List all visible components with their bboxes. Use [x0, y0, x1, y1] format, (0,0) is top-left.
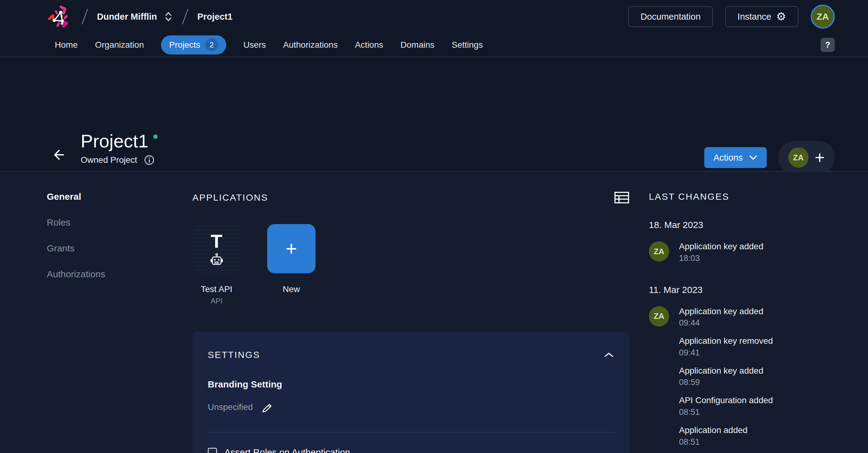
settings-divider [208, 432, 614, 432]
help-button[interactable]: ? [820, 38, 835, 52]
branding-setting-label: Branding Setting [208, 379, 614, 390]
event-title: Application key added [679, 306, 763, 317]
page-title: Project1 [81, 130, 148, 152]
instance-button[interactable]: Instance ⚙ [725, 6, 799, 27]
change-event[interactable]: API Configuration added 08:51 [679, 395, 840, 417]
user-avatar[interactable]: ZA [811, 5, 835, 29]
app-type: API [192, 297, 241, 305]
main-nav: Home Organization Projects 2 Users Autho… [0, 33, 868, 57]
tab-projects-label: Projects [169, 40, 200, 50]
tab-authorizations[interactable]: Authorizations [283, 40, 338, 50]
event-time: 18:03 [679, 254, 763, 263]
change-group-date: 11. Mar 2023 [649, 285, 840, 295]
event-title: Application added [679, 425, 748, 435]
applications-heading: APPLICATIONS [192, 192, 268, 203]
new-tile-label: New [267, 284, 315, 294]
event-title: API Configuration added [679, 395, 773, 406]
actions-button-label: Actions [713, 153, 743, 163]
chevron-down-icon [749, 155, 757, 160]
org-switcher-unfold-icon[interactable] [164, 10, 173, 23]
change-event[interactable]: Application key added 08:59 [679, 366, 840, 387]
event-time: 09:44 [679, 318, 763, 328]
change-event[interactable]: Application key removed 09:41 [679, 336, 840, 358]
member-avatar: ZA [788, 148, 809, 168]
tab-domains[interactable]: Domains [400, 40, 434, 50]
project-members-pill[interactable]: ZA + [778, 141, 835, 174]
documentation-button[interactable]: Documentation [628, 6, 713, 27]
robot-icon [210, 253, 223, 266]
event-avatar: ZA [649, 306, 669, 326]
breadcrumb-separator [182, 9, 188, 25]
last-changes-heading: LAST CHANGES [649, 191, 840, 202]
event-title: Application key removed [679, 336, 773, 346]
breadcrumb-project[interactable]: Project1 [197, 12, 232, 22]
breadcrumb-separator [82, 9, 88, 25]
table-view-icon[interactable] [614, 191, 629, 204]
info-icon[interactable] [144, 155, 155, 165]
center-column: APPLICATIONS T [192, 172, 629, 305]
event-title: Application key added [679, 366, 763, 376]
event-avatar: ZA [649, 241, 669, 262]
collapse-chevron-up-icon[interactable] [603, 352, 614, 358]
event-time: 08:51 [679, 437, 748, 447]
edit-pencil-icon[interactable] [261, 401, 274, 414]
documentation-button-label: Documentation [641, 12, 701, 22]
last-changes-panel: LAST CHANGES 18. Mar 2023 ZA Application… [649, 172, 840, 453]
tab-organization[interactable]: Organization [95, 40, 144, 50]
tab-projects[interactable]: Projects 2 [161, 35, 226, 55]
change-event[interactable]: Application added 08:51 [679, 425, 840, 447]
new-application-tile[interactable]: + [267, 224, 315, 273]
event-time: 08:51 [679, 408, 773, 417]
tab-settings[interactable]: Settings [452, 40, 483, 50]
tab-actions[interactable]: Actions [355, 40, 383, 50]
project-active-dot [153, 134, 158, 139]
actions-button[interactable]: Actions [704, 147, 767, 168]
zitadel-logo-icon[interactable] [45, 3, 73, 30]
application-tile-test-api[interactable]: T [192, 224, 241, 273]
tab-users[interactable]: Users [244, 40, 266, 50]
project-header: Project1 Owned Project Actions ZA + Stat… [0, 57, 868, 172]
assert-roles-row[interactable]: Assert Roles on Authentication [208, 447, 614, 453]
projects-count-badge: 2 [205, 38, 218, 52]
top-bar: Dunder Mifflin Project1 Documentation In… [0, 0, 868, 33]
application-tiles: T Test API API + [192, 224, 629, 305]
change-group-date: 18. Mar 2023 [649, 220, 840, 230]
branding-setting-value: Unspecified [208, 402, 253, 412]
assert-roles-label: Assert Roles on Authentication [224, 447, 350, 453]
change-event[interactable]: ZA Application key added 09:44 [649, 306, 840, 328]
breadcrumb-org[interactable]: Dunder Mifflin [97, 12, 157, 22]
tab-home[interactable]: Home [55, 40, 78, 50]
sidebar-item-authorizations[interactable]: Authorizations [47, 269, 164, 280]
event-time: 09:41 [679, 348, 773, 358]
gear-icon: ⚙ [776, 11, 786, 22]
instance-button-label: Instance [738, 12, 771, 22]
sidebar-item-grants[interactable]: Grants [47, 243, 164, 254]
change-event[interactable]: ZA Application key added 18:03 [649, 241, 840, 263]
plus-icon: + [286, 239, 297, 259]
project-type-label: Owned Project [81, 155, 137, 165]
main-content: General Roles Grants Authorizations APPL… [0, 172, 868, 453]
sidebar-item-roles[interactable]: Roles [47, 217, 164, 228]
event-title: Application key added [679, 241, 763, 252]
settings-heading: SETTINGS [208, 350, 260, 360]
app-name[interactable]: Test API [192, 284, 241, 294]
event-time: 08:59 [679, 378, 763, 387]
project-sub-nav: General Roles Grants Authorizations [47, 191, 164, 295]
settings-card: SETTINGS Branding Setting Unspecified As… [192, 332, 629, 453]
back-arrow-icon[interactable] [51, 148, 65, 162]
add-member-icon[interactable]: + [815, 149, 825, 166]
app-initial: T [211, 232, 222, 251]
sidebar-item-general[interactable]: General [47, 191, 164, 202]
assert-roles-checkbox[interactable] [208, 448, 217, 453]
